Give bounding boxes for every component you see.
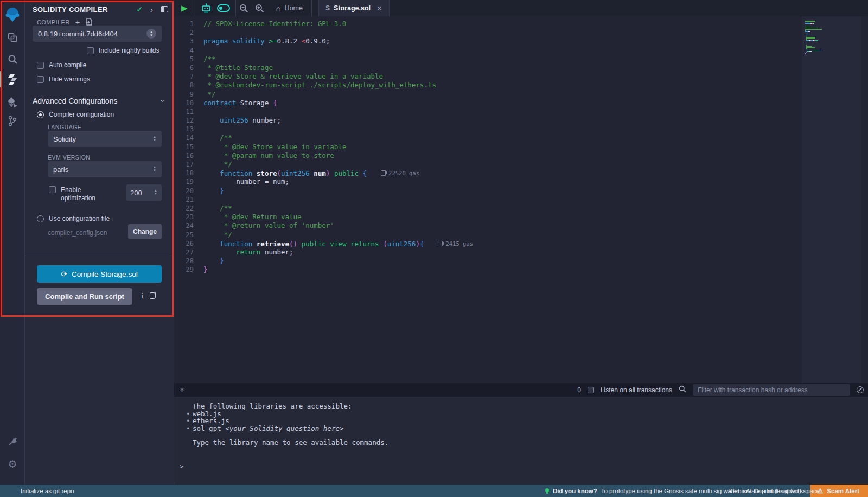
enable-optimization-row: Enableoptimization — [49, 186, 95, 202]
code-line[interactable]: 26 function retrieve() public view retur… — [174, 239, 868, 248]
code-line[interactable]: 2 — [174, 28, 868, 37]
clear-console-icon[interactable] — [857, 386, 864, 393]
pin-panel-icon[interactable] — [161, 6, 168, 12]
line-number: 29 — [174, 265, 203, 274]
compiler-configuration-row: Compiler configuration — [37, 111, 114, 118]
line-number: 23 — [174, 213, 203, 221]
code-line[interactable]: 11 — [174, 107, 868, 116]
collapse-terminal-icon[interactable]: » — [178, 388, 187, 392]
git-init-status[interactable]: Initialize as git repo — [0, 488, 74, 494]
evm-version-select[interactable]: paris ▲▼ — [48, 161, 162, 177]
compiler-version-select[interactable]: 0.8.19+commit.7dd6d404 ▲▼ — [33, 26, 162, 42]
code-line[interactable]: 7 * @dev Store & retrieve value in a var… — [174, 72, 868, 81]
code-editor[interactable]: 1// SPDX-License-Identifier: GPL-3.023pr… — [174, 16, 868, 383]
change-config-button[interactable]: Change — [128, 224, 162, 239]
code-line[interactable]: 6 * @title Storage — [174, 63, 868, 72]
code-line[interactable]: 8 * @custom:dev-run-script ./scripts/dep… — [174, 81, 868, 90]
remix-ide: ⚙ SOLIDITY COMPILER ✓ › COMPILER + 0.8.1… — [0, 0, 868, 497]
code-line[interactable]: 29} — [174, 265, 868, 274]
hide-warnings-checkbox[interactable] — [37, 76, 44, 83]
code-line[interactable]: 27 return number; — [174, 248, 868, 257]
language-label: LANGUAGE — [48, 124, 81, 130]
line-number: 4 — [174, 46, 203, 55]
code-line[interactable]: 9 */ — [174, 90, 868, 99]
zoom-in-icon[interactable] — [252, 0, 267, 16]
code-line[interactable]: 19 number = num; — [174, 177, 868, 186]
tab-storage-sol[interactable]: S Storage.sol ✕ — [318, 0, 390, 16]
file-explorer-icon[interactable] — [0, 28, 25, 47]
open-file-icon[interactable] — [85, 18, 93, 26]
tab-home[interactable]: ⌂ Home — [267, 0, 311, 16]
code-line[interactable]: 1// SPDX-License-Identifier: GPL-3.0 — [174, 20, 868, 28]
chevron-right-icon[interactable]: › — [150, 5, 153, 14]
line-number: 17 — [174, 160, 203, 169]
code-line[interactable]: 4 — [174, 46, 868, 55]
settings-gear-icon[interactable]: ⚙ — [0, 455, 25, 473]
code-line[interactable]: 10contract Storage { — [174, 99, 868, 107]
use-configuration-file-radio[interactable] — [37, 215, 44, 222]
code-line[interactable]: 3pragma solidity >=0.8.2 <0.9.0; — [174, 37, 868, 46]
language-select[interactable]: Solidity ▲▼ — [48, 131, 162, 147]
code-line[interactable]: 25 */ — [174, 231, 868, 239]
include-nightly-checkbox[interactable] — [87, 47, 94, 54]
panel-divider — [25, 256, 174, 256]
solidity-compiler-icon[interactable] — [0, 71, 25, 89]
code-line[interactable]: 18 function store(uint256 num) public {2… — [174, 169, 868, 177]
compile-button[interactable]: ⟳ Compile Storage.sol — [37, 265, 162, 283]
optimization-runs-input[interactable]: 200 ▲▼ — [126, 184, 162, 201]
advanced-configurations-header[interactable]: Advanced Configurations › — [33, 97, 165, 105]
compiler-configuration-radio[interactable] — [37, 111, 44, 118]
line-number: 8 — [174, 81, 203, 90]
search-icon[interactable] — [0, 50, 25, 68]
code-line[interactable]: 23 * @dev Return value — [174, 213, 868, 221]
code-line[interactable]: 15 * @dev Store value in variable — [174, 143, 868, 151]
copy-icon[interactable] — [150, 292, 156, 299]
transaction-count: 0 — [577, 386, 581, 394]
plugin-manager-icon[interactable] — [0, 433, 25, 451]
transaction-filter-input[interactable] — [693, 384, 850, 396]
auto-compile-checkbox[interactable] — [37, 62, 44, 69]
enable-optimization-checkbox[interactable] — [49, 186, 56, 193]
terminal-lib-item: web3.js — [185, 410, 868, 418]
code-line[interactable]: 12 uint256 number; — [174, 116, 868, 125]
editor-minimap[interactable] — [802, 16, 861, 383]
evm-version-label: EVM VERSION — [48, 154, 90, 161]
info-icon[interactable]: i — [140, 292, 144, 300]
line-number: 22 — [174, 204, 203, 213]
run-script-button[interactable]: ▶ — [174, 0, 195, 16]
ai-robot-icon[interactable] — [201, 3, 212, 13]
code-line[interactable]: 16 * @param num value to store — [174, 151, 868, 160]
add-custom-compiler-icon[interactable]: + — [75, 20, 80, 25]
code-line[interactable]: 24 * @return value of 'number' — [174, 221, 868, 230]
editor-scrollbar[interactable] — [861, 16, 868, 383]
line-number: 12 — [174, 116, 203, 125]
code-line[interactable]: 21 — [174, 195, 868, 204]
code-line[interactable]: 20 } — [174, 187, 868, 195]
close-tab-icon[interactable]: ✕ — [376, 4, 382, 12]
terminal-prompt[interactable]: > — [180, 463, 868, 470]
compile-and-run-button[interactable]: Compile and Run script — [37, 288, 132, 305]
select-caret-icon: ▲▼ — [153, 136, 156, 142]
auto-compile-row: Auto compile — [37, 61, 86, 69]
zoom-out-icon[interactable] — [236, 0, 252, 16]
refresh-icon: ⟳ — [61, 270, 67, 278]
code-line[interactable]: 14 /** — [174, 133, 868, 142]
solidity-file-icon: S — [326, 4, 330, 12]
listen-all-transactions-checkbox[interactable] — [588, 387, 594, 393]
code-line[interactable]: 22 /** — [174, 204, 868, 213]
code-line[interactable]: 13 — [174, 125, 868, 133]
line-number: 28 — [174, 257, 203, 265]
code-line[interactable]: 28 } — [174, 257, 868, 265]
terminal[interactable]: The following libraries are accessible: … — [174, 397, 868, 485]
code-line[interactable]: 5/** — [174, 55, 868, 63]
line-number: 25 — [174, 231, 203, 239]
copilot-toggle[interactable] — [217, 4, 230, 12]
deploy-run-icon[interactable] — [0, 93, 25, 112]
remix-logo-icon[interactable] — [0, 4, 25, 25]
terminal-search-icon[interactable] — [679, 385, 686, 395]
line-number: 10 — [174, 99, 203, 107]
code-line[interactable]: 17 */ — [174, 160, 868, 169]
git-icon[interactable] — [0, 112, 25, 130]
line-number: 11 — [174, 107, 203, 116]
editor-toolbar: ▶ — [174, 0, 868, 16]
